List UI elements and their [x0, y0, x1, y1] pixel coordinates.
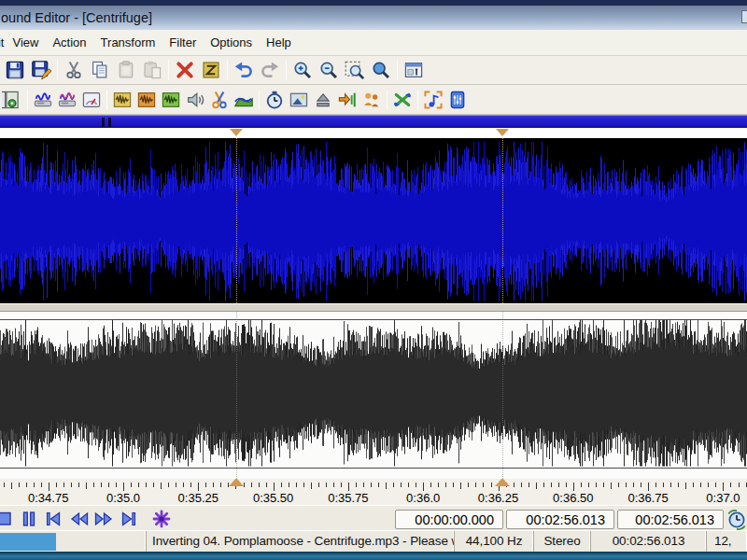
- cut-button[interactable]: [61, 57, 87, 83]
- player-button[interactable]: [445, 87, 470, 113]
- ruler-tick: [251, 483, 252, 487]
- ruler-label: 0:37.0: [706, 491, 740, 505]
- ruler-tick: [543, 483, 544, 487]
- ruler-tick: [348, 483, 349, 491]
- menu-options[interactable]: Options: [204, 30, 260, 55]
- marker-triangle-down[interactable]: [496, 129, 509, 136]
- people-button[interactable]: [359, 87, 384, 113]
- title-bar[interactable]: ound Editor - [Centrifuge]: [0, 6, 747, 30]
- redo-icon: [260, 60, 280, 80]
- undo-icon: [233, 60, 254, 80]
- note-arrows-button[interactable]: [421, 87, 445, 113]
- time-mode-button[interactable]: [726, 509, 747, 530]
- waveform-left-channel[interactable]: [0, 138, 747, 303]
- window-control-button[interactable]: [741, 10, 747, 23]
- marker-line: [236, 312, 237, 479]
- zoom-in-button[interactable]: [289, 57, 316, 83]
- waveform-left-canvas[interactable]: [0, 138, 747, 303]
- timer-button[interactable]: [262, 87, 287, 113]
- menu-action[interactable]: Action: [46, 30, 93, 55]
- menu-view[interactable]: View: [6, 30, 46, 55]
- position-cursor-mark: [102, 118, 105, 127]
- ruler-tick: [356, 483, 357, 487]
- ruler-tick: [611, 483, 612, 489]
- waveform-right-channel[interactable]: [0, 312, 747, 479]
- ruler-tick: [648, 483, 649, 491]
- marker-triangle-down[interactable]: [230, 129, 243, 136]
- wave-hill-button[interactable]: [232, 87, 256, 113]
- wave-gold-button[interactable]: [110, 87, 134, 113]
- marker-triangle-up[interactable]: [495, 479, 510, 486]
- ruler-tick: [685, 483, 686, 489]
- ruler-tick: [198, 483, 199, 491]
- paste-button[interactable]: [113, 57, 139, 83]
- image-button[interactable]: [287, 87, 311, 113]
- wave-orange-button[interactable]: [134, 87, 159, 113]
- channel-splitter[interactable]: [0, 303, 747, 312]
- paste-new-button[interactable]: [139, 57, 165, 83]
- menu-help[interactable]: Help: [260, 30, 299, 55]
- pause-button[interactable]: [19, 509, 39, 529]
- zoom-out-button[interactable]: [316, 57, 342, 83]
- rewind-button[interactable]: [69, 509, 90, 529]
- wave-orange-icon: [136, 90, 157, 110]
- ruler-tick: [708, 483, 709, 487]
- ruler-tick: [475, 483, 476, 487]
- ruler-tick: [318, 483, 319, 487]
- scissors-color-button[interactable]: [207, 87, 232, 113]
- menu-filter[interactable]: Filter: [162, 30, 204, 55]
- status-progress-panel: [0, 531, 147, 552]
- ruler-tick: [176, 483, 176, 487]
- zoom-in-icon: [292, 60, 313, 80]
- speaker-button[interactable]: [183, 87, 207, 113]
- window-bottom-edge: [0, 552, 747, 560]
- ruler-label: 0:35.0: [106, 491, 140, 505]
- record-wave-button[interactable]: [31, 87, 55, 113]
- undo-button[interactable]: [231, 57, 257, 83]
- ruler-tick: [551, 483, 552, 487]
- position-overview-bar[interactable]: [0, 115, 747, 128]
- properties-button[interactable]: [401, 57, 427, 83]
- gauge-button[interactable]: [79, 87, 104, 113]
- ruler-tick: [161, 483, 162, 489]
- delete-button[interactable]: [172, 57, 198, 83]
- window-title: ound Editor - [Centrifuge]: [1, 10, 152, 25]
- record-wave-red-button[interactable]: [55, 87, 79, 113]
- ruler-tick: [34, 483, 35, 487]
- eject-button[interactable]: [311, 87, 335, 113]
- ruler-tick: [63, 483, 64, 487]
- trim-button[interactable]: [198, 57, 224, 83]
- marker-strip[interactable]: [0, 128, 747, 138]
- save-button[interactable]: [2, 57, 28, 83]
- waveform-right-canvas[interactable]: [0, 312, 747, 479]
- ruler-tick: [438, 483, 439, 487]
- skip-start-button[interactable]: [43, 509, 63, 529]
- note-arrows-icon: [423, 90, 444, 110]
- menu-bar: EditViewActionTransformFilterOptionsHelp: [0, 30, 747, 56]
- ruler-tick: [311, 483, 312, 489]
- channels-partial-button[interactable]: [0, 87, 24, 113]
- zoom-selection-button[interactable]: [342, 57, 368, 83]
- marker-triangle-up[interactable]: [229, 479, 244, 486]
- ruler-tick: [588, 483, 589, 487]
- skip-end-button[interactable]: [119, 509, 139, 529]
- ruler-tick: [101, 483, 102, 487]
- speaker-icon: [185, 90, 205, 110]
- status-file-size: 12,: [707, 531, 747, 552]
- wave-green-button[interactable]: [159, 87, 183, 113]
- fast-forward-button[interactable]: [93, 509, 114, 529]
- stop-button[interactable]: [0, 509, 15, 529]
- insert-wave-button[interactable]: [335, 87, 359, 113]
- status-bar: Inverting 04. Pomplamoose - Centrifuge.m…: [0, 530, 747, 552]
- save-as-button[interactable]: [28, 57, 54, 83]
- redo-button[interactable]: [257, 57, 283, 83]
- menu-transform[interactable]: Transform: [93, 30, 162, 55]
- ruler-label: 0:35.75: [328, 491, 368, 505]
- ruler-label: 0:35.25: [178, 491, 218, 505]
- zoom-all-button[interactable]: [368, 57, 394, 83]
- plugin-button[interactable]: [151, 509, 172, 529]
- copy-button[interactable]: [87, 57, 113, 83]
- timeline-ruler[interactable]: 0:34.750:35.00:35.250:35.500:35.750:36.0…: [0, 479, 747, 505]
- mixer-button[interactable]: [390, 87, 415, 113]
- ruler-tick: [281, 483, 282, 487]
